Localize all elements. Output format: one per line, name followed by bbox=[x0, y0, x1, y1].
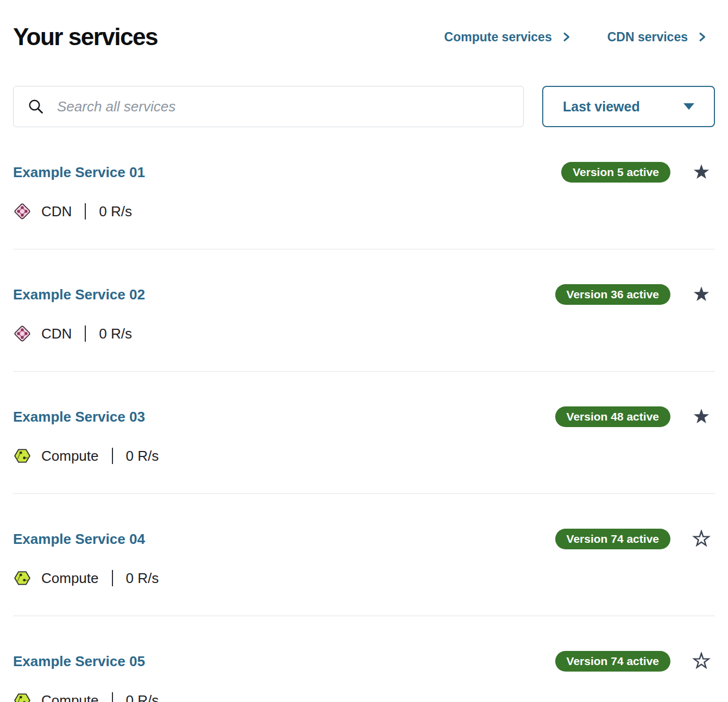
service-name-link[interactable]: Example Service 01 bbox=[13, 164, 145, 180]
search-icon bbox=[28, 98, 44, 115]
service-row: Example Service 05 Version 74 active Com… bbox=[13, 616, 715, 702]
version-badge: Version 5 active bbox=[561, 162, 670, 183]
sort-dropdown-button[interactable]: Last viewed bbox=[542, 86, 715, 127]
service-row: Example Service 02 Version 36 active CDN… bbox=[13, 249, 715, 372]
header-nav: Compute services CDN services bbox=[444, 30, 715, 45]
version-badge: Version 74 active bbox=[555, 529, 670, 549]
version-badge: Version 74 active bbox=[555, 651, 670, 672]
meta-divider bbox=[85, 325, 86, 342]
star-button[interactable] bbox=[692, 285, 711, 304]
star-filled-icon bbox=[692, 163, 711, 181]
page-header: Your services Compute services CDN servi… bbox=[13, 24, 715, 50]
star-button[interactable] bbox=[692, 530, 711, 548]
service-list: Example Service 01 Version 5 active CDN … bbox=[13, 127, 715, 702]
meta-divider bbox=[112, 570, 113, 586]
chevron-right-icon bbox=[696, 32, 707, 42]
star-button[interactable] bbox=[692, 408, 711, 426]
search-box bbox=[13, 86, 524, 127]
star-outline-icon bbox=[692, 530, 711, 548]
services-page: Your services Compute services CDN servi… bbox=[0, 0, 728, 702]
compute-icon bbox=[13, 691, 32, 702]
chevron-down-icon bbox=[683, 103, 694, 110]
service-name-link[interactable]: Example Service 04 bbox=[13, 531, 145, 547]
cdn-icon bbox=[13, 202, 32, 221]
cdn-icon bbox=[13, 324, 32, 343]
star-button[interactable] bbox=[692, 652, 711, 670]
page-title: Your services bbox=[13, 24, 158, 50]
star-button[interactable] bbox=[692, 163, 711, 181]
service-type-label: Compute bbox=[41, 570, 99, 587]
service-row: Example Service 01 Version 5 active CDN … bbox=[13, 127, 715, 249]
compute-icon bbox=[13, 569, 32, 587]
compute-icon bbox=[13, 447, 32, 465]
service-type-label: CDN bbox=[41, 325, 72, 342]
version-badge: Version 48 active bbox=[555, 406, 670, 427]
service-type-label: Compute bbox=[41, 448, 99, 465]
star-filled-icon bbox=[692, 408, 711, 426]
version-badge: Version 36 active bbox=[555, 284, 670, 305]
nav-link-label: Compute services bbox=[444, 30, 552, 45]
service-type-label: CDN bbox=[41, 203, 72, 220]
request-rate: 0 R/s bbox=[126, 570, 159, 587]
star-outline-icon bbox=[692, 652, 711, 670]
meta-divider bbox=[85, 203, 86, 220]
meta-divider bbox=[112, 692, 113, 702]
nav-link-cdn-services[interactable]: CDN services bbox=[607, 30, 707, 45]
request-rate: 0 R/s bbox=[126, 448, 159, 465]
nav-link-label: CDN services bbox=[607, 30, 688, 45]
star-filled-icon bbox=[692, 285, 711, 304]
meta-divider bbox=[112, 448, 113, 464]
chevron-right-icon bbox=[561, 32, 572, 42]
service-row: Example Service 03 Version 48 active Com… bbox=[13, 372, 715, 494]
service-type-label: Compute bbox=[41, 692, 99, 702]
service-row: Example Service 04 Version 74 active Com… bbox=[13, 494, 715, 616]
request-rate: 0 R/s bbox=[99, 325, 132, 342]
nav-link-compute-services[interactable]: Compute services bbox=[444, 30, 572, 45]
service-name-link[interactable]: Example Service 02 bbox=[13, 286, 145, 303]
search-input[interactable] bbox=[56, 98, 509, 116]
sort-selected-label: Last viewed bbox=[563, 99, 640, 115]
toolbar: Last viewed bbox=[13, 86, 715, 127]
service-name-link[interactable]: Example Service 05 bbox=[13, 653, 145, 669]
request-rate: 0 R/s bbox=[126, 692, 159, 702]
service-name-link[interactable]: Example Service 03 bbox=[13, 409, 145, 425]
request-rate: 0 R/s bbox=[99, 203, 132, 220]
